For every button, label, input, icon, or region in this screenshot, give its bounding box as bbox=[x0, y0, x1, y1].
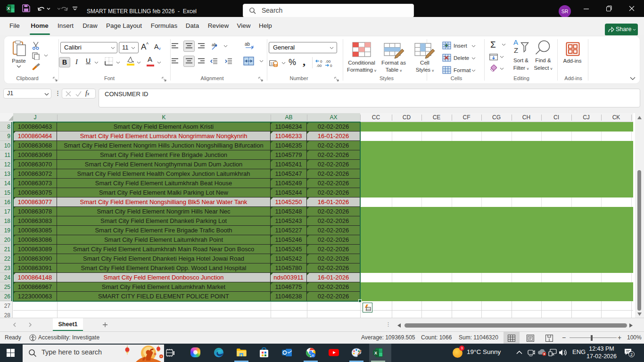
svg-text:.00: .00 bbox=[325, 59, 331, 64]
svg-text:0: 0 bbox=[330, 64, 332, 67]
svg-text:.00: .00 bbox=[316, 64, 322, 67]
svg-text:ab: ab bbox=[212, 42, 216, 47]
svg-text:X: X bbox=[7, 6, 10, 11]
svg-text:0: 0 bbox=[320, 59, 322, 64]
svg-text:R: R bbox=[312, 354, 314, 358]
svg-text:X: X bbox=[374, 351, 377, 355]
svg-text:ab: ab bbox=[245, 41, 250, 47]
